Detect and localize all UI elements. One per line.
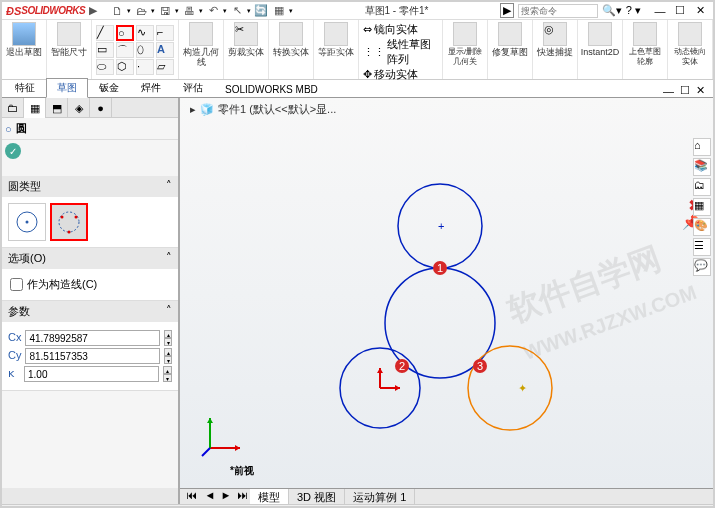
y-up-icon[interactable]: ▴	[164, 348, 172, 356]
print-icon[interactable]: 🖶	[181, 3, 197, 19]
r-up-icon[interactable]: ▴	[163, 366, 172, 374]
search-run-icon[interactable]: ▶	[500, 3, 514, 18]
sketch-circle-right[interactable]	[468, 346, 552, 430]
design-lib-tab-icon[interactable]: 📚	[693, 158, 711, 176]
shaded-button[interactable]: 上色草图轮廓	[627, 22, 663, 67]
tab-sheet[interactable]: 钣金	[88, 78, 130, 97]
tab-motion[interactable]: 运动算例 1	[345, 489, 415, 504]
tab-nav-prev-icon[interactable]: ◄	[202, 489, 218, 504]
appearances-tab-icon[interactable]: 🎨	[693, 218, 711, 236]
smart-dimension-button[interactable]: 智能尺寸	[51, 22, 87, 57]
maximize-icon[interactable]: ☐	[671, 4, 689, 18]
tab-3dview[interactable]: 3D 视图	[289, 489, 345, 504]
x-up-icon[interactable]: ▴	[164, 330, 172, 338]
repair-button[interactable]: 修复草图	[492, 22, 528, 57]
options-header[interactable]: 选项(O)˄	[2, 248, 178, 269]
move-button[interactable]: ✥移动实体	[363, 67, 418, 82]
y-down-icon[interactable]: ▾	[164, 356, 172, 364]
trim-button[interactable]: ✂ 剪裁实体	[228, 22, 264, 57]
spline-tool-icon[interactable]: ∿	[136, 25, 154, 41]
doc-min-icon[interactable]: —	[663, 85, 674, 97]
instant2d-button[interactable]: Instant2D	[582, 22, 618, 57]
doc-close-icon[interactable]: ✕	[696, 84, 705, 97]
task-pane-tabs: ⌂ 📚 🗂 ▦ 🎨 ☰ 💬	[693, 138, 711, 276]
resources-tab-icon[interactable]: ⌂	[693, 138, 711, 156]
save-icon[interactable]: 🖫	[157, 3, 173, 19]
explorer-tab-icon[interactable]: 🗂	[693, 178, 711, 196]
construction-checkbox[interactable]	[10, 278, 23, 291]
close-icon[interactable]: ✕	[691, 4, 709, 18]
new-icon[interactable]: 🗋	[109, 3, 125, 19]
circle-type-section: 圆类型˄	[2, 176, 178, 248]
feature-tree-tab-icon[interactable]: 🗀	[2, 98, 24, 118]
appearance-tab-icon[interactable]: ●	[90, 98, 112, 118]
ellipse-tool-icon[interactable]: ⬯	[136, 42, 154, 58]
arc-tool-icon[interactable]: ⌒	[116, 42, 134, 58]
plane-tool-icon[interactable]: ▱	[156, 59, 174, 75]
poly-tool-icon[interactable]: ⬡	[116, 59, 134, 75]
sketch-origin[interactable]	[377, 368, 400, 391]
search-input[interactable]	[518, 4, 598, 18]
point-tool-icon[interactable]: ·	[136, 59, 154, 75]
property-tab-icon[interactable]: ▦	[24, 98, 46, 118]
convert-button[interactable]: 构造几何线	[183, 22, 219, 67]
tab-nav-end-icon[interactable]: ⏭	[234, 489, 250, 504]
undo-icon[interactable]: ↶	[205, 3, 221, 19]
rebuild-icon[interactable]: 🔄	[253, 3, 269, 19]
exit-sketch-button[interactable]: 退出草图	[6, 22, 42, 57]
help-icon[interactable]: ? ▾	[626, 4, 641, 17]
select-icon[interactable]: ↖	[229, 3, 245, 19]
open-icon[interactable]: 🗁	[133, 3, 149, 19]
display-rel-button[interactable]: 显示/删除几何关	[447, 22, 483, 67]
x-down-icon[interactable]: ▾	[164, 338, 172, 346]
mirror-button[interactable]: ⇔镜向实体	[363, 22, 418, 37]
section-header[interactable]: 圆类型˄	[2, 176, 178, 197]
dim-tab-icon[interactable]: ◈	[68, 98, 90, 118]
search-icon[interactable]: 🔍▾	[602, 4, 622, 17]
perimeter-circle-option[interactable]	[50, 203, 88, 241]
config-tab-icon[interactable]: ⬒	[46, 98, 68, 118]
rect-tool-icon[interactable]: ▭	[96, 42, 114, 58]
tab-nav-start-icon[interactable]: ⏮	[180, 489, 202, 504]
svg-line-17	[202, 448, 210, 456]
doc-max-icon[interactable]: ☐	[680, 84, 690, 97]
tab-weld[interactable]: 焊件	[130, 78, 172, 97]
exit-sketch-icon	[12, 22, 36, 46]
center-circle-option[interactable]	[8, 203, 46, 241]
y-input[interactable]	[25, 348, 160, 364]
circle-tool-icon[interactable]: ○	[116, 25, 134, 41]
tab-feature[interactable]: 特征	[4, 78, 46, 97]
text-tool-icon[interactable]: A	[156, 42, 174, 58]
tab-nav-next-icon[interactable]: ►	[218, 489, 234, 504]
x-input[interactable]	[25, 330, 160, 346]
tab-mbd[interactable]: SOLIDWORKS MBD	[214, 81, 329, 97]
graphics-area[interactable]: ▸ 🧊 零件1 (默认<<默认>显... ✖ 📌 软件自学网WWW.RJZXW.…	[180, 98, 713, 488]
r-input[interactable]	[24, 366, 159, 382]
slot-tool-icon[interactable]: ⬭	[96, 59, 114, 75]
convert-ent-button[interactable]: 转换实体	[273, 22, 309, 57]
tab-sketch[interactable]: 草图	[46, 78, 88, 98]
offset-button[interactable]: 等距实体	[318, 22, 354, 57]
quick-snap-button[interactable]: ◎ 快速捕捉	[537, 22, 573, 57]
minimize-icon[interactable]: —	[651, 4, 669, 18]
pattern-icon: ⋮⋮	[363, 46, 385, 59]
y-param-icon: Cy	[8, 349, 21, 363]
tab-model[interactable]: 模型	[250, 489, 289, 504]
dynamic-mirror-button[interactable]: 动态镜向实体	[672, 22, 708, 67]
expand-menu-icon[interactable]: ▶	[85, 3, 101, 19]
forum-tab-icon[interactable]: 💬	[693, 258, 711, 276]
reference-triad[interactable]	[200, 408, 250, 458]
params-header[interactable]: 参数˄	[2, 301, 178, 322]
r-down-icon[interactable]: ▾	[163, 374, 172, 382]
fillet-tool-icon[interactable]: ⌐	[156, 25, 174, 41]
linear-pattern-button[interactable]: ⋮⋮线性草图阵列	[363, 37, 438, 67]
view-palette-tab-icon[interactable]: ▦	[693, 198, 711, 216]
line-tool-icon[interactable]: ╱	[96, 25, 114, 41]
convert-ent-icon	[279, 22, 303, 46]
custom-props-tab-icon[interactable]: ☰	[693, 238, 711, 256]
ok-button[interactable]: ✓	[5, 143, 21, 159]
tab-eval[interactable]: 评估	[172, 78, 214, 97]
offset-icon	[324, 22, 348, 46]
bottom-tabs: ⏮ ◄ ► ⏭ 模型 3D 视图 运动算例 1	[180, 488, 713, 504]
options-icon[interactable]: ▦	[271, 3, 287, 19]
